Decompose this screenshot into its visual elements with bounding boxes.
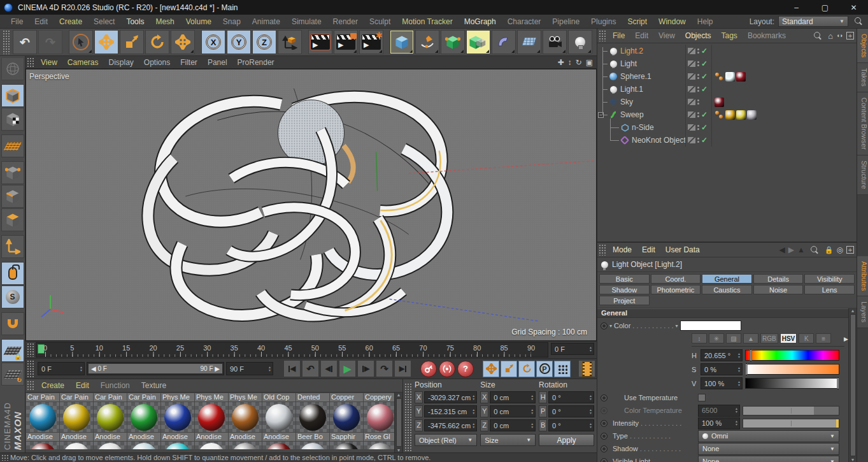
material-name-label[interactable]: Phys Me <box>229 393 262 401</box>
history-forward-icon[interactable]: ▶ <box>788 245 794 254</box>
shadow-dropdown[interactable]: None ▼ <box>698 443 839 455</box>
material-scrollbar[interactable]: ▲ ▼ <box>394 393 402 452</box>
radio-icon[interactable] <box>601 322 608 329</box>
tab-lens[interactable]: Lens <box>804 285 855 294</box>
coords-field[interactable]: 0 °▲▼ <box>548 405 594 417</box>
color-swatch[interactable] <box>680 321 741 331</box>
live-selection-button[interactable] <box>69 30 93 54</box>
workplane-mode-button[interactable] <box>1 134 24 157</box>
material-name-label[interactable]: Anodise <box>26 433 59 441</box>
material-tile[interactable] <box>229 442 262 449</box>
material-tag-icon[interactable] <box>725 72 735 82</box>
viewport-menu-filter[interactable]: Filter <box>175 58 203 67</box>
spinner-icon[interactable]: ▲▼ <box>472 422 475 429</box>
om-menu-objects[interactable]: Objects <box>680 31 716 40</box>
workplane-transform-button[interactable]: ↻ <box>1 363 24 386</box>
spinner-icon[interactable]: ▲▼ <box>589 422 592 429</box>
size-dropdown[interactable]: Size▼ <box>480 434 536 446</box>
tree-item-n-side[interactable]: n-Side✓ <box>597 121 857 134</box>
am-menu-user-data[interactable]: User Data <box>660 245 705 254</box>
material-tile[interactable] <box>364 402 394 432</box>
visibility-dots-icon[interactable] <box>697 87 699 92</box>
tweak-mode-button[interactable] <box>1 262 24 285</box>
tab-project[interactable]: Project <box>599 296 650 305</box>
enabled-check-icon[interactable]: ✓ <box>701 85 708 94</box>
goto-start-button[interactable]: ◀ <box>283 360 301 377</box>
side-tab-objects[interactable]: Objects <box>857 29 868 63</box>
add-floor-button[interactable] <box>517 30 541 54</box>
spinner-icon[interactable]: ▲▼ <box>737 352 741 359</box>
add-subdivision-button[interactable] <box>441 30 465 54</box>
tab-visibility[interactable]: Visibility <box>804 274 855 284</box>
object-name[interactable]: Sphere.1 <box>620 72 651 81</box>
coord-system-button[interactable] <box>278 30 302 54</box>
object-name[interactable]: Light.1 <box>620 85 643 94</box>
spinner-icon[interactable]: ▲▼ <box>735 420 738 426</box>
spinner-icon[interactable]: ▲▼ <box>530 422 534 429</box>
spinner-icon[interactable]: ▲▼ <box>268 366 271 372</box>
tab-details[interactable]: Details <box>753 274 804 284</box>
layer-icon[interactable] <box>688 112 695 118</box>
saturation-gradient-slider[interactable] <box>745 364 839 375</box>
phong-tag-icon[interactable] <box>715 110 724 120</box>
range-start-field[interactable]: 0 F ▲▼ <box>38 362 85 375</box>
intensity-slider[interactable] <box>743 419 839 428</box>
hue-field[interactable]: 20.655 ° ▲▼ <box>701 349 743 361</box>
spinner-icon[interactable]: ▲▼ <box>530 394 534 401</box>
minimize-button[interactable]: – <box>782 0 811 15</box>
material-tile[interactable] <box>26 442 59 449</box>
material-name-label[interactable]: Car Pain <box>60 393 93 401</box>
enabled-check-icon[interactable]: ✓ <box>701 59 708 68</box>
arrow-up-icon[interactable]: ▲ <box>797 245 805 254</box>
am-grip[interactable] <box>599 244 606 256</box>
material-menu-edit[interactable]: Edit <box>70 381 95 390</box>
viewport-rotate-icon[interactable]: ↻ <box>576 58 582 67</box>
radio-icon[interactable] <box>601 420 608 427</box>
spinner-icon[interactable]: ▲▼ <box>530 408 534 415</box>
frame-range-slider[interactable]: ◀ 0 F 90 F ▶ <box>87 362 224 375</box>
scroll-up-icon[interactable]: ▲ <box>397 393 401 397</box>
last-tool-button[interactable] <box>171 30 195 54</box>
material-name-label[interactable]: Anodise <box>262 433 295 441</box>
radio-icon[interactable] <box>601 433 608 440</box>
material-tile[interactable] <box>262 402 295 432</box>
am-menu-mode[interactable]: Mode <box>608 245 637 254</box>
material-name-label[interactable]: Anodise <box>195 433 228 441</box>
menu-tools[interactable]: Tools <box>120 17 150 26</box>
material-name-label[interactable]: Anodise <box>94 433 127 441</box>
material-name-label[interactable]: Car Pain <box>94 393 127 401</box>
points-mode-button[interactable] <box>1 161 24 184</box>
material-name-label[interactable]: Sapphir <box>330 433 363 441</box>
object-name[interactable]: Light <box>620 59 637 68</box>
range-end-field[interactable]: 90 F ▲▼ <box>226 362 273 375</box>
lock-x-button[interactable]: X <box>201 30 225 54</box>
record-objects-button[interactable] <box>420 361 437 377</box>
side-tab-content-browser[interactable]: Content Browser <box>857 92 868 155</box>
material-tile[interactable] <box>94 402 127 432</box>
visibility-dots-icon[interactable] <box>697 112 699 117</box>
undo-button[interactable]: ↶ <box>13 30 37 54</box>
spinner-icon[interactable]: ▲▼ <box>737 380 741 387</box>
coords-field[interactable]: -152.315 cm▲▼ <box>424 405 477 417</box>
viewport-grip[interactable] <box>27 57 34 67</box>
add-icon[interactable]: + <box>846 32 854 40</box>
material-tag-icon[interactable] <box>715 97 724 107</box>
enabled-check-icon[interactable]: ✓ <box>701 110 708 119</box>
material-name-label[interactable]: Dented <box>296 393 329 401</box>
material-tile[interactable] <box>127 442 160 449</box>
tree-item-neoknot-object[interactable]: NeoKnot Object✓ <box>597 134 857 147</box>
key-point-level-button[interactable] <box>554 361 571 377</box>
spinner-icon[interactable]: ▲▼ <box>589 408 592 415</box>
visibility-dots-icon[interactable] <box>697 138 699 143</box>
chevron-down-icon[interactable]: ▾ <box>609 323 612 329</box>
enabled-check-icon[interactable]: ✓ <box>701 136 708 145</box>
material-name-label[interactable]: Coppery <box>364 393 394 401</box>
material-name-label[interactable]: Phys Me <box>161 393 194 401</box>
spinner-icon[interactable]: ▲▼ <box>589 346 592 352</box>
scroll-thumb[interactable] <box>396 398 402 447</box>
layer-icon[interactable] <box>688 86 695 92</box>
enabled-check-icon[interactable]: ✓ <box>701 123 708 132</box>
menu-render[interactable]: Render <box>327 17 364 26</box>
material-tile[interactable] <box>330 442 363 449</box>
tab-shadow[interactable]: Shadow <box>599 285 650 294</box>
